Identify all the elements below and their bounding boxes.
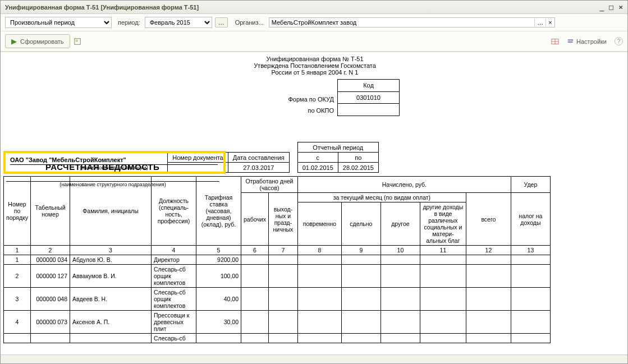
table-icon	[551, 38, 559, 45]
table-view-button[interactable]	[551, 38, 559, 45]
table-row[interactable]: Слесарь-сб	[4, 334, 551, 343]
svg-point-8	[569, 41, 570, 43]
print-preview-button[interactable]	[74, 37, 81, 45]
minimize-button[interactable]: _	[599, 3, 604, 11]
table-row[interactable]: 1000000 034Абдулов Ю. В.Директор9200,00	[4, 255, 551, 265]
okud-block: Форма по ОКУД по ОКПО Код 0301010	[236, 79, 627, 116]
payroll-table: Номер по порядку Табельный номер Фамилия…	[3, 176, 551, 343]
org-lookup-button[interactable]: …	[534, 19, 546, 26]
table-row[interactable]: 3000000 048Авдеев В. Н.Слесарь-сб орщик …	[4, 288, 551, 311]
org-field[interactable]: … ×	[269, 17, 555, 27]
restore-button[interactable]: □	[609, 3, 613, 11]
org-input[interactable]	[269, 18, 535, 27]
play-icon: ▶	[11, 37, 17, 45]
close-button[interactable]: ×	[618, 3, 623, 11]
report-period-table: Отчетный период спо 01.02.201528.02.2015	[297, 142, 379, 173]
generate-button[interactable]: ▶ Сформировать	[5, 34, 70, 48]
titlebar: Унифицированная форма Т-51 [Унифицирован…	[1, 1, 627, 14]
window-title: Унифицированная форма Т-51 [Унифицирован…	[5, 4, 199, 11]
table-row[interactable]: 4000000 073Аксенов А. П.Прессовщи к древ…	[4, 311, 551, 334]
settings-link[interactable]: Настройки	[567, 38, 607, 45]
org-name: ОАО "Завод "МебельСтройКомплект"	[10, 156, 218, 165]
settings-icon	[567, 38, 575, 45]
preview-icon	[74, 38, 81, 45]
window-controls: _ □ ×	[596, 3, 623, 11]
period-label: период:	[118, 19, 140, 26]
org-block: ОАО "Завод "МебельСтройКомплект" (наимен…	[3, 151, 226, 187]
help-button[interactable]: ?	[615, 37, 623, 45]
action-toolbar: ▶ Сформировать Настройки ?	[1, 31, 627, 52]
table-row[interactable]: 2000000 127Аввакумов В. И.Слесарь-сб орщ…	[4, 265, 551, 288]
org-highlight: ОАО "Завод "МебельСтройКомплект" (наимен…	[3, 151, 226, 174]
report-viewport[interactable]: Унифицированная форма № Т-51 Утверждена …	[1, 52, 627, 354]
svg-point-7	[571, 39, 573, 41]
statusbar	[1, 354, 627, 363]
app-window: Унифицированная форма Т-51 [Унифицирован…	[0, 0, 628, 364]
svg-rect-1	[75, 39, 77, 42]
form-header-block: Унифицированная форма № Т-51 Утверждена …	[236, 56, 393, 76]
struct-subdiv-label: (наименование структурного подразделения…	[6, 181, 219, 187]
org-clear-button[interactable]: ×	[546, 19, 554, 26]
filter-toolbar: Произвольный период период: Февраль 2015…	[1, 14, 627, 31]
period-type-select[interactable]: Произвольный период	[5, 17, 112, 28]
period-month-select[interactable]: Февраль 2015	[145, 17, 212, 28]
org-label: Организ...	[235, 19, 264, 26]
period-picker-button[interactable]: …	[215, 17, 228, 27]
